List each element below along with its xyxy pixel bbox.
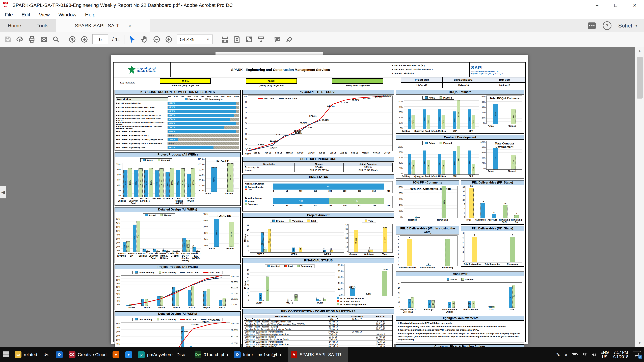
user-menu[interactable]: Sohel ▼: [618, 23, 638, 29]
axis-tick: 0%: [118, 304, 120, 306]
language-indicator[interactable]: ENGUS: [600, 350, 609, 359]
highlighter-icon[interactable]: [286, 35, 294, 43]
taskbar-item-spark-sapl-sa-tr-[interactable]: ASPARK-SAPL-SA-TR...: [288, 347, 348, 362]
axis-tick: 0: [248, 299, 249, 301]
taskbar-item-outlook[interactable]: O: [53, 347, 66, 362]
zoom-in-icon[interactable]: [165, 35, 173, 43]
menu-edit[interactable]: Edit: [22, 12, 30, 17]
axis-tick: 30: [462, 190, 465, 193]
scrollbar[interactable]: ▲ ▼: [635, 46, 644, 347]
point-label: 84.29%: [327, 105, 334, 107]
share-cloud-icon[interactable]: [16, 35, 24, 43]
taskbar-item-creative-cloud[interactable]: CCCreative Cloud: [66, 347, 110, 362]
print-icon[interactable]: [28, 35, 36, 43]
menu-help[interactable]: Help: [85, 12, 96, 17]
milestone-label: Project Proposal - Building: [116, 102, 168, 104]
comment-icon[interactable]: [273, 35, 282, 43]
start-button[interactable]: [0, 347, 12, 362]
category-labels: ActualPlanned: [202, 247, 239, 250]
axis-tick: 50: [245, 122, 247, 124]
scrollbar-thumb[interactable]: [636, 57, 643, 98]
taskbar-item-appblue[interactable]: ●: [122, 347, 135, 362]
bar-value: 100%: [192, 180, 194, 185]
table-cell: 28-Jun-18: [321, 328, 345, 331]
tab-tools[interactable]: Tools: [29, 19, 56, 32]
section-body: 3530252015105033164143TotalSubmittedAppr…: [461, 185, 524, 225]
zoom-out-icon[interactable]: [152, 35, 161, 43]
tab-home[interactable]: Home: [0, 19, 29, 32]
axis-tick: 30: [247, 277, 249, 279]
bar: 71%: [408, 109, 411, 129]
title-bar: PDF⌙ SPARK-SAPL-SA-TR-0198-Engineering W…: [0, 0, 644, 10]
taskbar-item-firefox[interactable]: ●: [110, 347, 122, 362]
wifi-icon[interactable]: [582, 353, 587, 357]
hand-tool-icon[interactable]: [140, 35, 148, 43]
notification-center-icon[interactable]: 3: [632, 351, 641, 358]
battery-icon[interactable]: [572, 353, 578, 356]
chart-pp_wers: 120%100%80%60%40%20%0%96%100%96%100%96%1…: [116, 163, 196, 197]
scroll-down-icon[interactable]: ▼: [635, 339, 644, 347]
taskbar-item-snip[interactable]: ✂: [40, 347, 53, 362]
menu-window[interactable]: Window: [58, 12, 76, 17]
bar-group: 16: [480, 186, 485, 218]
bar: 0%: [166, 251, 170, 252]
page-number-input[interactable]: [92, 34, 108, 44]
close-button[interactable]: ✕: [625, 0, 644, 10]
bar: 7.89: [294, 295, 298, 301]
save-icon[interactable]: [4, 35, 12, 43]
menu-file[interactable]: File: [5, 12, 13, 17]
axis-tick: Sep-18: [349, 152, 360, 154]
pen-icon[interactable]: ✎: [556, 352, 560, 358]
axis-tick: Dec-17: [252, 152, 262, 154]
list-item: 2- Working on a daily basis with PMT in …: [398, 325, 522, 328]
minimize-button[interactable]: –: [588, 0, 606, 10]
previous-page-arrow[interactable]: ◀: [0, 186, 6, 198]
maximize-button[interactable]: □: [606, 0, 625, 10]
select-tool-icon[interactable]: [128, 35, 136, 43]
plot-area: 92.8%: [121, 275, 230, 306]
axis-tick: 5: [464, 212, 465, 214]
bar-value: 0.00%: [168, 142, 174, 144]
email-icon[interactable]: [40, 35, 48, 43]
bar-value: 79.67%: [168, 126, 175, 128]
bar-value: 0: [493, 259, 494, 262]
axis-tick: 40: [398, 287, 400, 290]
taskbar-item-related[interactable]: ▭related: [12, 347, 40, 362]
toolbar-menu-icon[interactable]: [257, 35, 265, 43]
table-row: Percentage %57.84%55.51%: [244, 166, 392, 169]
point-label: 92.8%: [212, 277, 218, 279]
axis-tick: 1: [462, 255, 464, 258]
fit-width-icon[interactable]: [221, 35, 229, 43]
taskbar-item-inbox-ms1sm-ho-[interactable]: OInbox - ms1sm@ho...: [231, 347, 288, 362]
legend: ActualPlanned: [140, 158, 172, 162]
taskbar-item-01purch-php[interactable]: Dw01purch.php: [192, 347, 231, 362]
category-label: 90% DD - DD for Studies (WER6): [180, 252, 190, 262]
help-icon[interactable]: ?: [603, 21, 612, 30]
table-cell: 28-Jun-18: [321, 323, 345, 326]
axis-tick: 100: [244, 95, 247, 98]
axis-tick: 100%: [116, 168, 122, 171]
scroll-up-icon[interactable]: ▲: [635, 46, 644, 55]
fullscreen-icon[interactable]: [245, 35, 253, 43]
comments-panel-icon[interactable]: [588, 22, 596, 29]
tab-close-icon[interactable]: ×: [128, 23, 132, 28]
search-icon[interactable]: [52, 35, 60, 43]
bar-value: 13: [472, 303, 474, 305]
tray-chevron-icon[interactable]: ∧: [564, 352, 568, 357]
bar-value: 96.38%: [168, 122, 175, 124]
tab-document[interactable]: SPARK-SAPL-SA-T... ×: [56, 19, 150, 32]
bar-group: 5: [472, 232, 477, 262]
next-page-icon[interactable]: [80, 35, 88, 43]
category-label: Actual: [202, 247, 221, 250]
menu-view[interactable]: View: [39, 12, 50, 17]
volume-icon[interactable]: [592, 353, 596, 357]
axis-tick: 80%: [482, 101, 486, 103]
fit-page-icon[interactable]: [233, 35, 241, 43]
clock[interactable]: 7:17 PM9/1/2018: [613, 350, 628, 359]
category-label: Remaining SA: [510, 219, 522, 223]
previous-page-icon[interactable]: [68, 35, 76, 43]
zoom-level-select[interactable]: 54.4%▼: [177, 34, 213, 44]
taskbar-item-pmanywhere-disc-[interactable]: ppmAnywhere - Disc...: [135, 347, 192, 362]
axis-tick: 15%: [116, 343, 120, 346]
bar-group: 70%50%: [438, 146, 445, 174]
